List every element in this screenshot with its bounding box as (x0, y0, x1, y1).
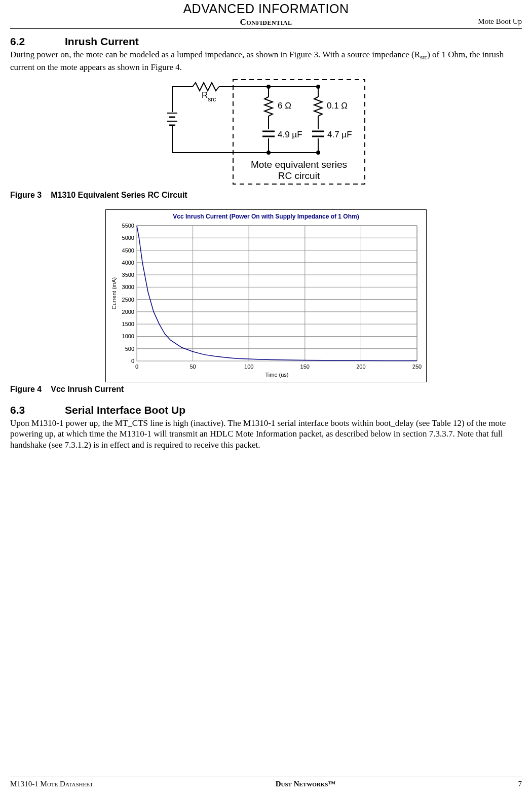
svg-text:150: 150 (300, 364, 310, 370)
circuit-diagram: Rsrc Vsrc 6 Ω 0.1 Ω 4.9 µF 4.7 µF Mote e… (162, 77, 370, 188)
svg-rect-30 (137, 226, 417, 361)
svg-text:500: 500 (125, 346, 134, 352)
svg-text:2000: 2000 (122, 309, 134, 315)
page-footer: M1310-1 Mote Datasheet Dust Networks™ 7 (10, 777, 522, 789)
svg-text:RC circuit: RC circuit (278, 170, 320, 181)
figure-3-caption: Figure 3M1310 Equivalent Series RC Circu… (10, 190, 522, 200)
footer-center: Dust Networks™ (276, 779, 336, 789)
top-rule (10, 28, 522, 29)
section-6-3-body: Upon M1310-1 power up, the MT_CTS line i… (10, 418, 522, 450)
section-6-2-heading: 6.2Inrush Current (10, 35, 522, 48)
svg-text:Rsrc: Rsrc (202, 90, 216, 103)
banner: ADVANCED INFORMATION (10, 1, 522, 17)
svg-text:Mote equivalent series: Mote equivalent series (251, 159, 347, 170)
svg-text:50: 50 (189, 364, 196, 370)
svg-text:200: 200 (356, 364, 365, 370)
svg-text:Time (us): Time (us) (265, 372, 288, 378)
svg-text:0: 0 (131, 358, 134, 364)
inrush-chart: 0501001502002500500100015002000250030003… (109, 222, 423, 379)
svg-text:Current (mA): Current (mA) (111, 277, 117, 310)
svg-text:4500: 4500 (122, 247, 134, 253)
svg-text:3000: 3000 (122, 284, 134, 290)
footer-left: M1310-1 Mote Datasheet (10, 779, 93, 789)
header-center: Confidential (0, 17, 532, 27)
svg-text:3500: 3500 (122, 272, 134, 278)
svg-text:4000: 4000 (122, 260, 134, 266)
chart-title: Vcc Inrush Current (Power On with Supply… (109, 213, 423, 221)
figure-4: Vcc Inrush Current (Power On with Supply… (10, 209, 522, 382)
r2-label: 0.1 Ω (327, 101, 348, 111)
r1-label: 6 Ω (278, 101, 291, 111)
page-header: Confidential Mote Boot Up (10, 17, 522, 26)
section-6-2-body: During power on, the mote can be modeled… (10, 49, 522, 73)
svg-text:5500: 5500 (122, 223, 134, 229)
figure-4-caption: Figure 4Vcc Inrush Current (10, 384, 522, 394)
svg-text:2500: 2500 (122, 297, 134, 303)
svg-text:5000: 5000 (122, 235, 134, 241)
svg-text:100: 100 (244, 364, 253, 370)
footer-page-number: 7 (518, 779, 522, 789)
figure-3: Rsrc Vsrc 6 Ω 0.1 Ω 4.9 µF 4.7 µF Mote e… (10, 77, 522, 188)
section-6-3-heading: 6.3Serial Interface Boot Up (10, 404, 522, 417)
c2-label: 4.7 µF (327, 130, 352, 139)
svg-text:1500: 1500 (122, 321, 134, 327)
svg-text:0: 0 (135, 364, 138, 370)
svg-text:1000: 1000 (122, 333, 134, 339)
svg-text:250: 250 (412, 364, 422, 370)
c1-label: 4.9 µF (278, 130, 302, 139)
